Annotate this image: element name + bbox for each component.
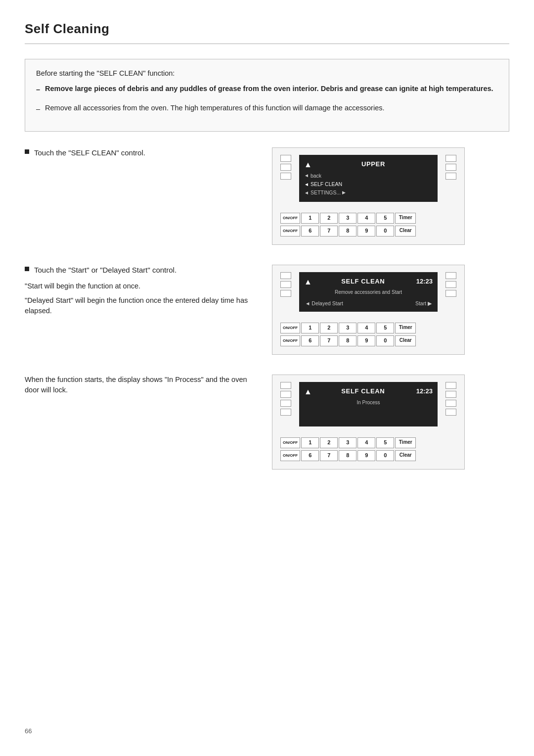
keypad-row-3a: ON/OFF 1 2 3 4 5 Timer	[280, 437, 456, 448]
keypad-btn-0[interactable]: 0	[376, 226, 394, 236]
side-btn-3l4[interactable]	[280, 409, 291, 416]
screen-time-2: 12:23	[416, 277, 433, 286]
screen-header-1: ▲ UPPER	[304, 159, 433, 170]
keypad-onoff-2b[interactable]: ON/OFF	[280, 335, 300, 346]
side-btn-2l3[interactable]	[280, 290, 291, 297]
keypad-clear-3[interactable]: Clear	[395, 450, 416, 461]
keypad-btn-1[interactable]: 1	[301, 213, 319, 224]
side-btn-r3[interactable]	[445, 173, 456, 180]
left-arrow-back: ◄	[304, 172, 309, 180]
keypad-btn-5[interactable]: 5	[376, 213, 394, 224]
settings-arrow-right: ▶	[342, 189, 346, 196]
side-btn-2r2[interactable]	[445, 281, 456, 288]
display-screen-2: ▲ SELF CLEAN 12:23 Remove accessories an…	[299, 272, 438, 312]
side-buttons-right-1	[443, 155, 459, 208]
side-btn-2[interactable]	[280, 164, 291, 171]
warning-item-1: – Remove large pieces of debris and any …	[36, 84, 498, 95]
screen-nav-row-2: ◄ Delayed Start Start ▶	[304, 300, 433, 307]
screen-title-1: UPPER	[314, 160, 433, 169]
section-3-para: When the function starts, the display sh…	[25, 375, 257, 395]
keypad-onoff-1a[interactable]: ON/OFF	[280, 213, 300, 224]
side-btn-2l1[interactable]	[280, 272, 291, 279]
keypad-btn-3-5[interactable]: 5	[376, 437, 394, 448]
keypad-clear-1[interactable]: Clear	[395, 226, 416, 236]
side-btn-3r2[interactable]	[445, 391, 456, 398]
keypad-btn-3-7[interactable]: 7	[320, 450, 338, 461]
keypad-btn-2[interactable]: 2	[320, 213, 338, 224]
keypad-area-1: ON/OFF 1 2 3 4 5 Timer ON/OFF 6 7 8 9 0 …	[277, 213, 459, 236]
warning-list: – Remove large pieces of debris and any …	[36, 84, 498, 114]
page-number: 66	[25, 727, 32, 736]
keypad-btn-8[interactable]: 8	[339, 226, 356, 236]
side-btn-2r1[interactable]	[445, 272, 456, 279]
section-3-display: ▲ SELF CLEAN 12:23 In Process ON	[272, 375, 465, 470]
section-2-text: Touch the "Start" or "Delayed Start" con…	[25, 265, 257, 321]
page-title: Self Cleaning	[25, 20, 509, 39]
delayed-start-btn[interactable]: ◄ Delayed Start	[305, 300, 343, 307]
keypad-timer-1[interactable]: Timer	[395, 213, 416, 224]
menu-item-selfclean-label: SELF CLEAN	[311, 181, 342, 188]
keypad-btn-2-4[interactable]: 4	[357, 323, 375, 333]
keypad-btn-3-3[interactable]: 3	[339, 437, 356, 448]
keypad-btn-2-3[interactable]: 3	[339, 323, 356, 333]
oven-panel-2: ▲ SELF CLEAN 12:23 Remove accessories an…	[272, 265, 465, 355]
warning-item-2-text: Remove all accessories from the oven. Th…	[45, 103, 384, 113]
keypad-btn-2-8[interactable]: 8	[339, 335, 356, 346]
left-arrow-settings: ◄	[304, 189, 309, 197]
keypad-btn-2-2[interactable]: 2	[320, 323, 338, 333]
side-btn-1[interactable]	[280, 155, 291, 162]
side-btn-3[interactable]	[280, 173, 291, 180]
screen-wrapper-3: ▲ SELF CLEAN 12:23 In Process	[294, 382, 443, 432]
side-btn-3r3[interactable]	[445, 400, 456, 407]
warning-item-1-text: Remove large pieces of debris and any pu…	[45, 84, 493, 94]
keypad-btn-3-2[interactable]: 2	[320, 437, 338, 448]
keypad-btn-3-0[interactable]: 0	[376, 450, 394, 461]
keypad-btn-6[interactable]: 6	[301, 226, 319, 236]
side-btn-2l2[interactable]	[280, 281, 291, 288]
warning-item-2: – Remove all accessories from the oven. …	[36, 103, 498, 114]
keypad-btn-3[interactable]: 3	[339, 213, 356, 224]
keypad-onoff-1b[interactable]: ON/OFF	[280, 226, 300, 236]
keypad-btn-2-7[interactable]: 7	[320, 335, 338, 346]
section-1-bullet-text: Touch the "SELF CLEAN" control.	[34, 147, 145, 158]
dash-icon-2: –	[36, 104, 40, 114]
section-2-para2: "Delayed Start" will begin the function …	[25, 295, 257, 316]
side-btn-3l2[interactable]	[280, 391, 291, 398]
up-arrow-2: ▲	[304, 276, 312, 287]
keypad-btn-3-9[interactable]: 9	[357, 450, 375, 461]
side-btn-3r1[interactable]	[445, 382, 456, 389]
side-buttons-right-2	[443, 272, 459, 318]
keypad-clear-2[interactable]: Clear	[395, 335, 416, 346]
section-1-bullet-para: Touch the "SELF CLEAN" control.	[25, 147, 257, 158]
keypad-btn-9[interactable]: 9	[357, 226, 375, 236]
side-btn-3l3[interactable]	[280, 400, 291, 407]
keypad-btn-2-1[interactable]: 1	[301, 323, 319, 333]
start-btn[interactable]: Start ▶	[415, 300, 432, 307]
keypad-onoff-2a[interactable]: ON/OFF	[280, 323, 300, 333]
keypad-btn-2-6[interactable]: 6	[301, 335, 319, 346]
side-buttons-left-2	[277, 272, 294, 318]
keypad-btn-2-0[interactable]: 0	[376, 335, 394, 346]
screen-wrapper-1: ▲ UPPER ◄ back ◄ SELF CLEAN	[294, 155, 443, 208]
keypad-btn-4[interactable]: 4	[357, 213, 375, 224]
screen-header-2: ▲ SELF CLEAN 12:23	[304, 276, 433, 287]
keypad-btn-3-8[interactable]: 8	[339, 450, 356, 461]
side-btn-3l1[interactable]	[280, 382, 291, 389]
keypad-btn-3-6[interactable]: 6	[301, 450, 319, 461]
keypad-btn-3-4[interactable]: 4	[357, 437, 375, 448]
side-btn-2r3[interactable]	[445, 290, 456, 297]
keypad-btn-2-5[interactable]: 5	[376, 323, 394, 333]
section-1-display: ▲ UPPER ◄ back ◄ SELF CLEAN	[272, 147, 465, 245]
side-btn-r2[interactable]	[445, 164, 456, 171]
keypad-btn-3-1[interactable]: 1	[301, 437, 319, 448]
keypad-onoff-3a[interactable]: ON/OFF	[280, 437, 300, 448]
keypad-timer-2[interactable]: Timer	[395, 323, 416, 333]
menu-item-selfclean[interactable]: ◄ SELF CLEAN	[304, 181, 433, 188]
side-btn-3r4[interactable]	[445, 409, 456, 416]
panel-middle-3: ▲ SELF CLEAN 12:23 In Process	[277, 382, 459, 432]
keypad-btn-2-9[interactable]: 9	[357, 335, 375, 346]
keypad-onoff-3b[interactable]: ON/OFF	[280, 450, 300, 461]
keypad-btn-7[interactable]: 7	[320, 226, 338, 236]
side-btn-r1[interactable]	[445, 155, 456, 162]
keypad-timer-3[interactable]: Timer	[395, 437, 416, 448]
